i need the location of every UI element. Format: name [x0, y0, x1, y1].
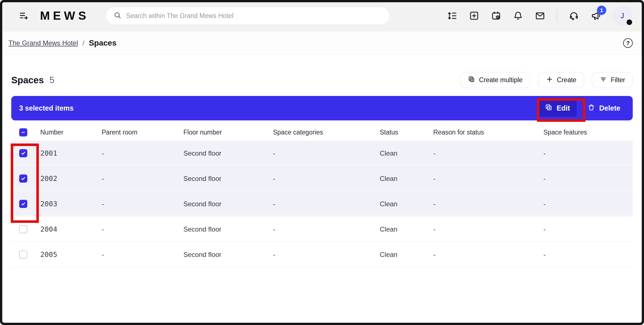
delete-button[interactable]: Delete [581, 100, 627, 117]
cell-reason-for-status: - [433, 225, 543, 233]
cell-status: Clean [380, 225, 433, 233]
cell-space-features: - [543, 175, 633, 183]
trash-icon [587, 104, 595, 113]
search-placeholder: Search within The Grand Mews Hotel [126, 12, 234, 20]
cell-floor-number: Second floor [183, 175, 273, 183]
cell-floor-number: Second floor [183, 225, 273, 233]
row-checkbox[interactable] [19, 250, 27, 259]
cell-number: 2001 [40, 149, 102, 157]
row-checkbox[interactable] [19, 200, 27, 208]
filter-icon [599, 75, 607, 85]
breadcrumb-link-hotel[interactable]: The Grand Mews Hotel [8, 39, 78, 47]
topbar-divider [557, 10, 557, 22]
page-title: Spaces [11, 75, 44, 86]
cell-number: 2002 [40, 174, 102, 183]
table-row[interactable]: 2001 - Second floor - Clean - - [11, 141, 633, 166]
mews-logo[interactable]: MEWS [40, 9, 89, 23]
table-row[interactable]: 2004 - Second floor - Clean - - [11, 217, 633, 242]
filter-button[interactable]: Filter [592, 72, 633, 88]
notification-badge: 1 [597, 6, 606, 15]
cell-reason-for-status: - [433, 251, 543, 259]
create-button[interactable]: Create [538, 72, 584, 88]
edit-label: Edit [557, 104, 570, 112]
cell-parent-room: - [102, 225, 183, 233]
cell-space-features: - [543, 149, 633, 157]
cell-parent-room: - [102, 200, 183, 208]
column-header-space-categories: Space categories [273, 129, 380, 136]
edit-copy-plus-icon [545, 103, 553, 113]
table-body: 2001 - Second floor - Clean - - 2002 - S… [11, 141, 633, 267]
cell-parent-room: - [102, 251, 183, 259]
search-icon [113, 11, 122, 21]
breadcrumb-current: Spaces [89, 39, 116, 48]
create-multiple-button[interactable]: Create multiple [460, 72, 530, 88]
filter-label: Filter [611, 76, 625, 84]
cell-floor-number: Second floor [183, 149, 273, 157]
table-row[interactable]: 2002 - Second floor - Clean - - [11, 166, 633, 191]
header-actions: Create multiple Create [460, 72, 633, 88]
table-header-row: Number Parent room Floor number Space ca… [11, 124, 633, 141]
edit-button[interactable]: Edit [538, 100, 577, 117]
column-header-floor-number: Floor number [183, 129, 273, 136]
cell-space-categories: - [273, 175, 380, 183]
column-header-status: Status [380, 129, 433, 136]
cell-status: Clean [380, 251, 433, 259]
cell-reason-for-status: - [433, 200, 543, 208]
create-label: Create [557, 76, 576, 84]
announcements-megaphone-icon[interactable]: 1 [590, 10, 602, 21]
help-icon[interactable]: ? [623, 38, 633, 48]
cell-number: 2003 [40, 200, 102, 208]
topbar-actions: 1 J [447, 6, 632, 25]
column-header-parent-room: Parent room [102, 129, 183, 136]
cell-space-features: - [543, 251, 633, 259]
avatar[interactable]: J [613, 6, 632, 25]
plus-icon [546, 75, 553, 85]
cell-status: Clean [380, 149, 433, 157]
cell-number: 2004 [40, 225, 102, 233]
table-row[interactable]: 2003 - Second floor - Clean - - [11, 191, 633, 217]
cell-reason-for-status: - [433, 149, 543, 157]
cell-floor-number: Second floor [183, 251, 273, 259]
cell-space-categories: - [273, 225, 380, 233]
row-checkbox[interactable] [19, 149, 27, 157]
cell-space-features: - [543, 200, 633, 208]
select-all-checkbox[interactable] [19, 128, 27, 136]
cell-space-categories: - [273, 149, 380, 157]
notifications-bell-icon[interactable] [513, 10, 523, 21]
column-header-reason-for-status: Reason for status [433, 129, 543, 136]
cell-floor-number: Second floor [183, 200, 273, 208]
selection-bar: 3 selected items Edit [11, 96, 633, 120]
create-new-icon[interactable] [469, 10, 479, 21]
selection-bar-actions: Edit Delete [538, 100, 627, 117]
cell-reason-for-status: - [433, 175, 543, 183]
sidebar-toggle-icon[interactable] [18, 10, 29, 21]
row-checkbox[interactable] [19, 174, 27, 183]
row-checkbox[interactable] [19, 225, 27, 233]
page-count: 5 [50, 75, 55, 85]
table-row[interactable]: 2005 - Second floor - Clean - - [11, 242, 633, 267]
cell-status: Clean [380, 200, 433, 208]
cell-space-categories: - [273, 200, 380, 208]
line-height-icon[interactable] [447, 10, 458, 21]
breadcrumb-separator: / [83, 39, 85, 47]
cell-parent-room: - [102, 175, 183, 183]
support-headset-icon[interactable] [569, 10, 579, 21]
topbar: MEWS Search within The Grand Mews Hotel [0, 0, 644, 32]
messages-envelope-icon[interactable] [535, 10, 545, 21]
cell-space-categories: - [273, 251, 380, 259]
column-header-number: Number [40, 129, 102, 136]
calendar-icon[interactable] [491, 10, 501, 21]
breadcrumb: The Grand Mews Hotel / Spaces ? [0, 32, 644, 55]
search-input[interactable]: Search within The Grand Mews Hotel [106, 7, 390, 25]
page-header: Spaces 5 Create multiple [11, 72, 633, 88]
cell-parent-room: - [102, 149, 183, 157]
app-window: MEWS Search within The Grand Mews Hotel [0, 0, 644, 325]
cell-space-features: - [543, 225, 633, 233]
cell-number: 2005 [40, 250, 102, 259]
column-header-space-features: Space features [543, 129, 633, 136]
create-multiple-label: Create multiple [479, 76, 523, 84]
main-content: Spaces 5 Create multiple [0, 55, 644, 267]
delete-label: Delete [599, 104, 620, 112]
avatar-status-dot [626, 19, 633, 26]
avatar-initial: J [621, 12, 624, 20]
